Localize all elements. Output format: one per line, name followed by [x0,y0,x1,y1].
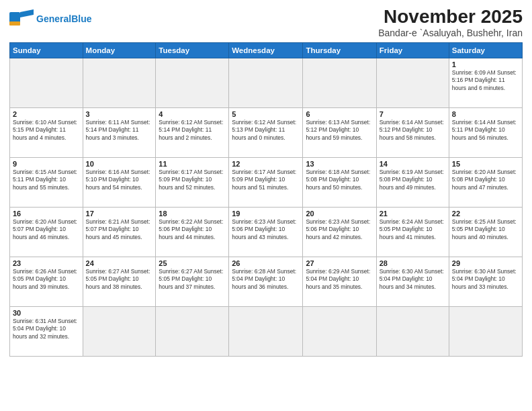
day-number: 18 [159,210,226,218]
day-info: Sunrise: 6:21 AM Sunset: 5:07 PM Dayligh… [86,218,153,241]
day-info: Sunrise: 6:12 AM Sunset: 5:14 PM Dayligh… [159,119,226,142]
day-info: Sunrise: 6:30 AM Sunset: 5:04 PM Dayligh… [452,268,519,291]
calendar-cell: 6Sunrise: 6:13 AM Sunset: 5:12 PM Daylig… [303,107,376,157]
calendar-cell: 5Sunrise: 6:12 AM Sunset: 5:13 PM Daylig… [229,107,303,157]
calendar-cell: 12Sunrise: 6:17 AM Sunset: 5:09 PM Dayli… [229,157,303,207]
calendar-row: 23Sunrise: 6:26 AM Sunset: 5:05 PM Dayli… [10,257,523,306]
calendar-cell: 28Sunrise: 6:30 AM Sunset: 5:04 PM Dayli… [376,257,449,306]
calendar-cell: 14Sunrise: 6:19 AM Sunset: 5:08 PM Dayli… [376,157,449,207]
day-info: Sunrise: 6:26 AM Sunset: 5:05 PM Dayligh… [13,268,80,291]
day-number: 9 [13,160,80,168]
day-number: 14 [380,160,446,168]
calendar-cell: 27Sunrise: 6:29 AM Sunset: 5:04 PM Dayli… [303,257,376,306]
calendar-cell [376,306,449,356]
day-info: Sunrise: 6:16 AM Sunset: 5:10 PM Dayligh… [86,169,153,191]
day-info: Sunrise: 6:17 AM Sunset: 5:09 PM Dayligh… [232,169,300,191]
calendar-cell: 10Sunrise: 6:16 AM Sunset: 5:10 PM Dayli… [83,157,156,207]
svg-rect-0 [9,12,20,23]
calendar-row: 2Sunrise: 6:10 AM Sunset: 5:15 PM Daylig… [10,107,523,157]
calendar-cell [156,58,229,107]
weekday-header-row: Sunday Monday Tuesday Wednesday Thursday… [10,42,523,58]
logo-icon [9,9,34,28]
day-number: 13 [306,160,373,168]
day-number: 16 [13,210,80,218]
svg-rect-2 [9,21,20,26]
day-number: 24 [86,259,153,267]
day-number: 28 [380,259,446,267]
calendar-cell: 21Sunrise: 6:24 AM Sunset: 5:05 PM Dayli… [376,207,449,257]
day-info: Sunrise: 6:18 AM Sunset: 5:08 PM Dayligh… [306,169,373,191]
header-friday: Friday [376,42,449,58]
calendar-cell: 24Sunrise: 6:27 AM Sunset: 5:05 PM Dayli… [83,257,156,306]
day-info: Sunrise: 6:09 AM Sunset: 5:16 PM Dayligh… [452,69,519,92]
calendar-cell: 9Sunrise: 6:15 AM Sunset: 5:11 PM Daylig… [10,157,83,207]
day-number: 11 [159,160,226,168]
calendar-cell: 26Sunrise: 6:28 AM Sunset: 5:04 PM Dayli… [229,257,303,306]
page: GeneralBlue November 2025 Bandar-e `Asal… [0,0,532,411]
header-thursday: Thursday [303,42,376,58]
logo-general: General [36,13,71,24]
day-info: Sunrise: 6:15 AM Sunset: 5:11 PM Dayligh… [13,169,80,191]
day-number: 10 [86,160,153,168]
day-info: Sunrise: 6:14 AM Sunset: 5:12 PM Dayligh… [380,119,446,142]
calendar-cell: 13Sunrise: 6:18 AM Sunset: 5:08 PM Dayli… [303,157,376,207]
day-info: Sunrise: 6:11 AM Sunset: 5:14 PM Dayligh… [86,119,153,142]
calendar-cell [303,306,376,356]
calendar-cell: 22Sunrise: 6:25 AM Sunset: 5:05 PM Dayli… [449,207,522,257]
day-info: Sunrise: 6:23 AM Sunset: 5:06 PM Dayligh… [232,218,300,241]
day-info: Sunrise: 6:14 AM Sunset: 5:11 PM Dayligh… [452,119,519,142]
day-info: Sunrise: 6:20 AM Sunset: 5:08 PM Dayligh… [452,169,519,191]
day-info: Sunrise: 6:31 AM Sunset: 5:04 PM Dayligh… [13,318,80,340]
day-number: 6 [306,110,373,118]
calendar-cell: 20Sunrise: 6:23 AM Sunset: 5:06 PM Dayli… [303,207,376,257]
day-number: 25 [159,259,226,267]
calendar-cell [10,58,83,107]
calendar-cell [83,306,156,356]
calendar-row: 1Sunrise: 6:09 AM Sunset: 5:16 PM Daylig… [10,58,523,107]
day-number: 17 [86,210,153,218]
calendar-cell: 11Sunrise: 6:17 AM Sunset: 5:09 PM Dayli… [156,157,229,207]
day-number: 3 [86,110,153,118]
day-number: 30 [13,309,80,317]
calendar-cell [229,58,303,107]
calendar-row: 30Sunrise: 6:31 AM Sunset: 5:04 PM Dayli… [10,306,523,356]
title-area: November 2025 Bandar-e `Asaluyah, Busheh… [378,7,523,38]
calendar-cell: 1Sunrise: 6:09 AM Sunset: 5:16 PM Daylig… [449,58,522,107]
calendar-cell: 8Sunrise: 6:14 AM Sunset: 5:11 PM Daylig… [449,107,522,157]
header-wednesday: Wednesday [229,42,303,58]
calendar-cell: 29Sunrise: 6:30 AM Sunset: 5:04 PM Dayli… [449,257,522,306]
header-saturday: Saturday [449,42,522,58]
logo: GeneralBlue [9,9,91,28]
day-number: 23 [13,259,80,267]
calendar-cell: 4Sunrise: 6:12 AM Sunset: 5:14 PM Daylig… [156,107,229,157]
day-number: 22 [452,210,519,218]
day-info: Sunrise: 6:19 AM Sunset: 5:08 PM Dayligh… [380,169,446,191]
calendar-cell [449,306,522,356]
svg-marker-1 [20,9,34,17]
day-info: Sunrise: 6:27 AM Sunset: 5:05 PM Dayligh… [86,268,153,291]
day-info: Sunrise: 6:17 AM Sunset: 5:09 PM Dayligh… [159,169,226,191]
calendar-cell: 16Sunrise: 6:20 AM Sunset: 5:07 PM Dayli… [10,207,83,257]
day-info: Sunrise: 6:25 AM Sunset: 5:05 PM Dayligh… [452,218,519,241]
day-number: 29 [452,259,519,267]
calendar-cell: 7Sunrise: 6:14 AM Sunset: 5:12 PM Daylig… [376,107,449,157]
day-info: Sunrise: 6:23 AM Sunset: 5:06 PM Dayligh… [306,218,373,241]
calendar-cell [156,306,229,356]
day-number: 27 [306,259,373,267]
logo-blue: Blue [71,13,91,24]
calendar-cell [376,58,449,107]
day-number: 7 [380,110,446,118]
day-number: 20 [306,210,373,218]
calendar-table: Sunday Monday Tuesday Wednesday Thursday… [9,42,523,357]
header-monday: Monday [83,42,156,58]
day-number: 4 [159,110,226,118]
calendar-cell [303,58,376,107]
day-number: 5 [232,110,300,118]
day-number: 26 [232,259,300,267]
header-tuesday: Tuesday [156,42,229,58]
calendar-cell: 30Sunrise: 6:31 AM Sunset: 5:04 PM Dayli… [10,306,83,356]
calendar-row: 16Sunrise: 6:20 AM Sunset: 5:07 PM Dayli… [10,207,523,257]
day-number: 21 [380,210,446,218]
day-number: 1 [452,60,519,68]
day-info: Sunrise: 6:29 AM Sunset: 5:04 PM Dayligh… [306,268,373,291]
